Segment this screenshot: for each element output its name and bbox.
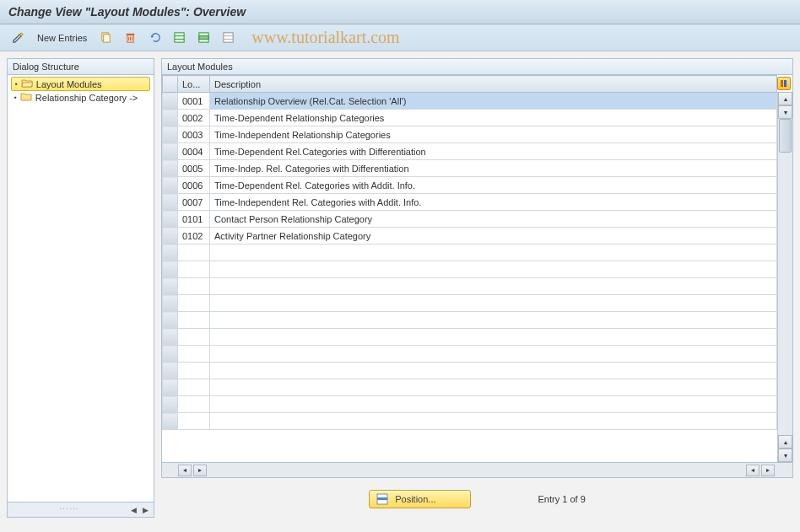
table-settings-icon[interactable] (777, 77, 791, 90)
column-header-description[interactable]: Description (210, 76, 777, 93)
svg-rect-3 (127, 34, 134, 35)
row-selector[interactable] (163, 312, 178, 329)
row-selector[interactable] (163, 329, 178, 346)
scroll-thumb[interactable] (779, 119, 792, 153)
scroll-down-icon[interactable]: ▴ (778, 435, 792, 449)
row-selector[interactable] (163, 211, 178, 228)
cell-lo[interactable]: 0006 (178, 177, 210, 194)
hscroll-right-icon[interactable]: ▸ (193, 465, 207, 476)
cell-description[interactable]: Time-Dependent Rel.Categories with Diffe… (210, 143, 777, 160)
table-row (163, 396, 777, 413)
row-selector[interactable] (163, 194, 178, 211)
cell-description[interactable]: Time-Independent Rel. Categories with Ad… (210, 194, 777, 211)
entry-counter: Entry 1 of 9 (538, 494, 586, 504)
hscroll-right-icon[interactable]: ▸ (761, 465, 775, 476)
table-row (163, 278, 777, 295)
undo-icon[interactable] (143, 29, 166, 46)
delete-icon[interactable] (119, 29, 142, 46)
cell-lo[interactable]: 0007 (178, 194, 210, 211)
cell-lo[interactable] (178, 278, 210, 295)
deselect-all-icon[interactable] (217, 29, 240, 46)
row-selector[interactable] (163, 160, 178, 177)
cell-lo[interactable]: 0003 (178, 126, 210, 143)
cell-lo[interactable] (178, 413, 210, 430)
row-selector[interactable] (163, 143, 178, 160)
row-selector[interactable] (163, 278, 178, 295)
row-selector[interactable] (163, 110, 178, 126)
cell-description[interactable]: Contact Person Relationship Category (210, 211, 777, 228)
dialog-structure-header: Dialog Structure (7, 58, 154, 75)
scroll-up-icon[interactable]: ▴ (778, 92, 792, 105)
tree-item-0[interactable]: ▪Layout Modules (11, 77, 150, 91)
table-row: 0003Time-Independent Relationship Catego… (163, 126, 777, 143)
row-selector[interactable] (163, 346, 178, 363)
table-row (163, 245, 777, 261)
cell-description[interactable] (210, 329, 777, 346)
hscroll-right-icon[interactable]: ▶ (140, 505, 150, 515)
table-wrapper: Lo... Description 0001Relationship Overv… (161, 75, 793, 463)
row-selector[interactable] (163, 177, 178, 194)
copy-icon[interactable] (95, 29, 117, 46)
position-icon (376, 493, 388, 505)
cell-lo[interactable] (178, 396, 210, 413)
cell-description[interactable] (210, 379, 777, 396)
cell-lo[interactable] (178, 363, 210, 379)
column-header-lo[interactable]: Lo... (178, 76, 210, 93)
cell-description[interactable] (210, 396, 777, 413)
cell-description[interactable] (210, 346, 777, 363)
select-block-icon[interactable] (192, 29, 215, 46)
drag-handle-icon[interactable]: ⋯⋯ (11, 504, 127, 515)
cell-lo[interactable]: 0001 (178, 93, 210, 110)
row-selector[interactable] (163, 379, 178, 396)
new-entries-button[interactable]: New Entries (31, 30, 93, 46)
cell-lo[interactable] (178, 329, 210, 346)
tree-item-1[interactable]: ▪Relationship Category -> (11, 91, 150, 104)
row-selector[interactable] (163, 295, 178, 312)
cell-lo[interactable] (178, 261, 210, 278)
row-selector[interactable] (163, 93, 178, 110)
cell-description[interactable] (210, 245, 777, 261)
hscroll-left-icon[interactable]: ◂ (746, 465, 759, 476)
cell-description[interactable] (210, 363, 777, 379)
position-button[interactable]: Position... (369, 490, 470, 508)
cell-description[interactable] (210, 278, 777, 295)
hscroll-left-icon[interactable]: ◂ (178, 465, 192, 476)
cell-description[interactable] (210, 295, 777, 312)
hscroll-left-icon[interactable]: ◀ (128, 505, 138, 515)
cell-lo[interactable] (178, 312, 210, 329)
cell-lo[interactable] (178, 245, 210, 261)
cell-description[interactable] (210, 312, 777, 329)
cell-description[interactable]: Activity Partner Relationship Category (210, 228, 777, 245)
cell-lo[interactable]: 0101 (178, 211, 210, 228)
cell-lo[interactable] (178, 346, 210, 363)
cell-lo[interactable]: 0002 (178, 110, 210, 126)
cell-description[interactable]: Time-Independent Relationship Categories (210, 126, 777, 143)
row-selector[interactable] (163, 363, 178, 379)
column-select-all[interactable] (163, 76, 178, 93)
cell-description[interactable]: Relationship Overview (Rel.Cat. Selectio… (210, 93, 777, 110)
row-selector[interactable] (163, 245, 178, 261)
cell-lo[interactable] (178, 295, 210, 312)
row-selector[interactable] (163, 261, 178, 278)
select-all-icon[interactable] (168, 29, 191, 46)
cell-description[interactable] (210, 413, 777, 430)
scroll-down-icon[interactable]: ▾ (778, 449, 792, 462)
scroll-up-icon[interactable]: ▾ (778, 105, 792, 119)
cell-lo[interactable] (178, 379, 210, 396)
cell-lo[interactable]: 0102 (178, 228, 210, 245)
row-selector[interactable] (163, 228, 178, 245)
vertical-scrollbar[interactable]: ▴ ▾ ▴ ▾ (777, 92, 792, 462)
row-selector[interactable] (163, 413, 178, 430)
row-selector[interactable] (163, 396, 178, 413)
change-mode-icon[interactable] (7, 29, 30, 46)
cell-lo[interactable]: 0004 (178, 143, 210, 160)
cell-description[interactable] (210, 261, 777, 278)
scroll-track[interactable] (778, 119, 792, 435)
row-selector[interactable] (163, 126, 178, 143)
cell-description[interactable]: Time-Indep. Rel. Categories with Differe… (210, 160, 777, 177)
dialog-structure-panel: Dialog Structure ▪Layout Modules▪Relatio… (7, 58, 154, 518)
cell-description[interactable]: Time-Dependent Relationship Categories (210, 110, 777, 126)
horizontal-scrollbar[interactable]: ◂ ▸ ◂ ▸ (161, 463, 793, 478)
cell-description[interactable]: Time-Dependent Rel. Categories with Addi… (210, 177, 777, 194)
cell-lo[interactable]: 0005 (178, 160, 210, 177)
